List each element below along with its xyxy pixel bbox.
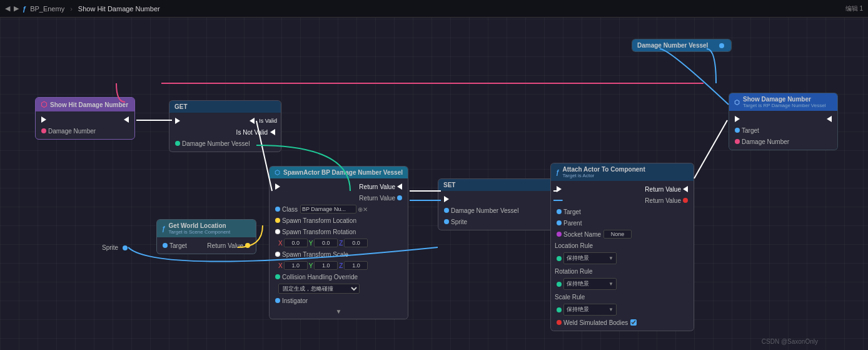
spawn-scale-z[interactable] <box>344 261 368 270</box>
get-not-valid-row: Is Not Valid <box>169 126 281 138</box>
set-vessel-label: Damage Number Vessel <box>451 207 518 214</box>
spawn-scale-row: ☐ Spawn Transform Scale <box>270 249 408 260</box>
node-show-damage-header: ⬡ Show Damage Number Target is RP Damage… <box>729 93 837 111</box>
canvas-background <box>0 0 868 350</box>
spawn-scale-checkbox: ☐ <box>275 252 280 257</box>
attach-scale-rule-text: Scale Rule <box>555 294 585 301</box>
attach-target-pin <box>557 209 562 214</box>
get-is-valid-label: Is Valid <box>259 118 277 124</box>
spawn-collision-select[interactable]: 固定生成，忽略碰撞 <box>278 284 360 294</box>
attach-exec-in <box>557 186 562 192</box>
spawn-return-label: Return Value <box>359 183 395 190</box>
attach-weld-checkbox[interactable] <box>630 319 637 326</box>
attach-parent-row: Parent <box>551 217 694 229</box>
node-attach-body: Return Value Return Value Target Parent … <box>551 181 694 331</box>
set-sprite-pin <box>444 219 449 224</box>
show-damage-exec-row <box>729 113 837 125</box>
show-damage-title: Show Damage Number <box>743 96 825 103</box>
forward-button[interactable]: ▶ <box>14 4 19 13</box>
attach-rv-pin <box>683 198 688 203</box>
set-vessel-row: Damage Number Vessel <box>438 205 562 216</box>
show-hit-exec-row <box>36 114 134 125</box>
attach-exec-out <box>683 186 688 192</box>
spawn-collision-row: Collision Handling Override <box>270 271 408 282</box>
spawn-class-input[interactable] <box>300 205 356 214</box>
attach-parent-pin <box>557 220 562 225</box>
attach-rot-rule-label: Rotation Rule <box>551 265 694 277</box>
attach-loc-chevron: ▼ <box>608 255 613 261</box>
back-button[interactable]: ◀ <box>5 4 10 13</box>
attach-scale-select[interactable]: 保持绝景 ▼ <box>563 304 617 316</box>
attach-socket-pin <box>557 232 562 237</box>
node-get-world-body: Target Return Value <box>157 237 256 254</box>
get-world-target-row: Target Return Value <box>157 240 256 251</box>
spawn-x-icon[interactable]: ✕ <box>363 206 368 213</box>
spawn-rot-x[interactable] <box>284 239 308 247</box>
attach-scale-rule-label: Scale Rule <box>551 291 694 302</box>
attach-return-label: Return Value <box>645 186 681 193</box>
attach-weld-label: Weld Simulated Bodies <box>563 319 628 326</box>
attach-loc-rule-label: Location Rule <box>551 240 694 251</box>
get-world-subtitle: Target is Scene Component <box>169 229 231 235</box>
spawn-scale-y[interactable] <box>314 261 338 270</box>
spawn-class-pin <box>275 207 280 212</box>
attach-socket-row: Socket Name <box>551 229 694 240</box>
node-spawn-header: ⬡ SpawnActor BP Damage Number Vessel <box>270 167 408 178</box>
node-get-header: GET <box>169 101 281 113</box>
show-damage-number-row: Damage Number <box>729 136 837 147</box>
spawn-collision-pin <box>275 274 280 279</box>
node-show-damage-body: Target Damage Number <box>729 111 837 150</box>
get-world-target-label: Target <box>169 242 187 249</box>
show-damage-target-pin <box>735 128 740 133</box>
attach-loc-rule-row: 保持绝景 ▼ <box>551 251 694 265</box>
show-hit-exec-in-pin <box>41 116 46 123</box>
node-attach-actor: ƒ Attach Actor To Component Target is Ac… <box>550 163 694 331</box>
get-world-target-pin <box>163 243 168 248</box>
node-damage-number-vessel: Damage Number Vessel <box>632 39 732 52</box>
get-vessel-label: Damage Number Vessel <box>182 140 250 147</box>
spawn-scale-x[interactable] <box>284 261 308 270</box>
show-damage-number-pin <box>735 139 740 144</box>
spawn-location-row: Spawn Transform Location <box>270 215 408 226</box>
spawn-return-val-row: Return Value <box>270 192 408 203</box>
attach-rv-label: Return Value <box>645 197 681 204</box>
attach-scale-rule-row: 保持绝景 ▼ <box>551 302 694 317</box>
show-hit-title: Show Hit Damage Number <box>50 101 128 108</box>
spawn-instigator-pin <box>275 298 280 303</box>
spawn-location-pin <box>275 218 280 223</box>
spawn-instigator-row: Instigator <box>270 295 408 306</box>
spawn-location-label: Spawn Transform Location <box>282 217 356 224</box>
node-show-hit-header: ⬡ Show Hit Damage Number <box>36 98 134 111</box>
spawn-collapse[interactable]: ▼ <box>270 306 408 316</box>
attach-title: Attach Actor To Component <box>563 166 645 173</box>
node-spawn-body: Return Value Return Value Class ⊕ ✕ Spaw… <box>270 178 408 319</box>
attach-rot-select[interactable]: 保持绝景 ▼ <box>563 278 617 290</box>
spawn-collision-label: Collision Handling Override <box>282 274 358 281</box>
vessel-out-pin <box>719 43 724 48</box>
attach-socket-input[interactable] <box>603 230 632 239</box>
show-hit-damage-pin <box>41 128 46 133</box>
spawn-collision-select-row: 固定生成，忽略碰撞 <box>270 282 408 295</box>
attach-loc-select[interactable]: 保持绝景 ▼ <box>563 252 617 264</box>
attach-target-label: Target <box>563 208 581 215</box>
attach-target-row: Target <box>551 206 694 217</box>
spawn-rot-z[interactable] <box>344 239 368 247</box>
attach-rot-rule-text: Rotation Rule <box>555 268 593 275</box>
attach-weld-row: Weld Simulated Bodies <box>551 317 694 328</box>
node-show-hit-body: Damage Number <box>36 111 134 139</box>
spawn-copy-icon[interactable]: ⊕ <box>358 206 363 213</box>
topbar-right-label: 编辑 1 <box>845 4 863 13</box>
spawn-class-label: Class <box>282 206 298 213</box>
get-world-return-label: Return Value <box>207 242 243 249</box>
sprite-label-area: Sprite <box>102 244 129 251</box>
get-exec-row: Is Valid <box>169 115 281 126</box>
show-damage-target-label: Target <box>742 127 759 134</box>
spawn-rot-y[interactable] <box>314 239 338 247</box>
spawn-title: SpawnActor BP Damage Number Vessel <box>283 169 403 176</box>
node-get-world-header: ƒ Get World Location Target is Scene Com… <box>157 220 256 237</box>
get-exec-in-pin <box>175 118 180 124</box>
node-set-header: SET <box>438 179 562 191</box>
node-get-world-location: ƒ Get World Location Target is Scene Com… <box>156 219 256 254</box>
spawn-rotation-checkbox: ☐ <box>275 229 280 234</box>
set-vessel-in-pin <box>444 208 449 213</box>
